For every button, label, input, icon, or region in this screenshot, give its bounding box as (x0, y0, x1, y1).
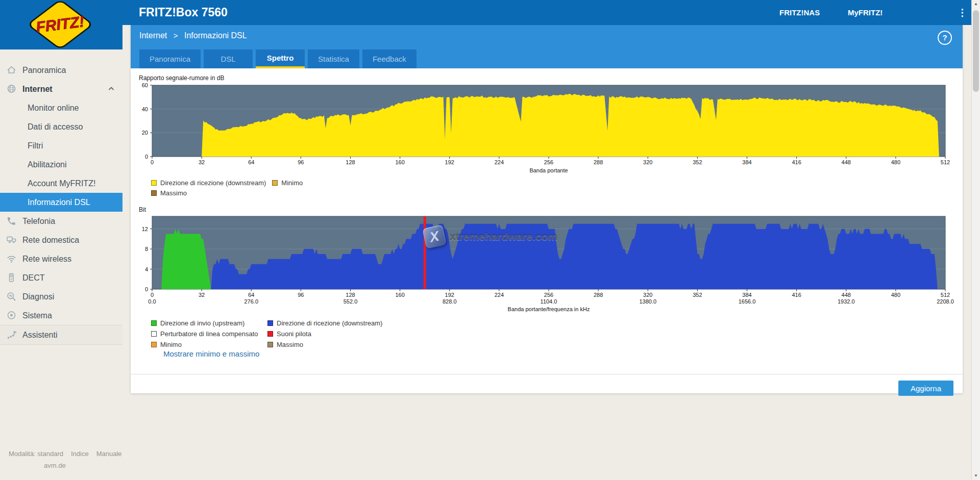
svg-text:416: 416 (792, 159, 801, 165)
sidebar-item-internet[interactable]: Internet (0, 80, 122, 98)
svg-text:224: 224 (495, 159, 504, 165)
legend-swatch (151, 190, 157, 196)
sidebar-item-dati-di-accesso[interactable]: Dati di accesso (0, 117, 122, 136)
svg-text:64: 64 (248, 159, 254, 165)
footer-site-row: avm.de (0, 462, 131, 469)
sidebar-item-label: Monitor online (28, 104, 79, 113)
mode-label: Modalità: standard (9, 450, 63, 458)
svg-text:0: 0 (151, 292, 154, 298)
svg-text:Banda portante: Banda portante (529, 167, 568, 173)
sidebar-item-label: Assistenti (22, 331, 57, 340)
sidebar-item-assistenti[interactable]: Assistenti (0, 325, 122, 345)
sidebar-item-label: Dati di accesso (28, 122, 83, 132)
svg-text:256: 256 (544, 292, 553, 298)
breadcrumb-internet[interactable]: Internet (139, 31, 167, 40)
footer: Modalità: standard Indice Manuale avm.de (0, 450, 131, 469)
svg-text:0: 0 (145, 154, 148, 160)
sidebar-item-account-myfritz[interactable]: Account MyFRITZ! (0, 174, 122, 193)
legend-label: Massimo (160, 189, 187, 197)
sidebar-item-rete-domestica[interactable]: Rete domestica (0, 231, 122, 249)
svg-text:320: 320 (643, 292, 652, 298)
sidebar-item-panoramica[interactable]: Panoramica (0, 61, 122, 80)
sidebar-item-label: Diagnosi (22, 292, 54, 301)
sidebar-item-sistema[interactable]: Sistema (0, 306, 122, 325)
tab-dsl[interactable]: DSL (204, 49, 253, 68)
svg-text:384: 384 (742, 159, 751, 165)
footer-links-row: Modalità: standard Indice Manuale (0, 450, 131, 458)
sidebar-item-monitor-online[interactable]: Monitor online (0, 98, 122, 117)
svg-text:60: 60 (142, 82, 148, 88)
svg-text:160: 160 (395, 292, 404, 298)
myfritz-link[interactable]: MyFRITZ! (848, 0, 883, 25)
svg-text:160: 160 (395, 159, 404, 165)
main-card: Internet > Informazioni DSL ? Panoramica… (131, 25, 963, 393)
wifi-icon (6, 254, 17, 264)
legend-label: Minimo (160, 341, 182, 348)
scroll-down-icon[interactable]: ▼ (972, 472, 980, 480)
help-icon[interactable]: ? (938, 31, 952, 45)
scroll-thumb[interactable] (973, 10, 979, 92)
svg-text:384: 384 (742, 292, 751, 298)
sidebar-item-dect[interactable]: DECT (0, 268, 122, 287)
sidebar-item-filtri[interactable]: Filtri (0, 136, 122, 155)
svg-text:Banda portante/frequenza in kH: Banda portante/frequenza in kHz (508, 306, 590, 312)
kebab-menu-icon[interactable]: ⋮ (958, 0, 967, 25)
sidebar-item-informazioni-dsl[interactable]: Informazioni DSL (0, 193, 122, 212)
legend-swatch (151, 180, 157, 186)
sidebar-item-label: Telefonia (22, 217, 55, 226)
sidebar-item-label: Filtri (28, 141, 43, 150)
svg-text:40: 40 (142, 106, 148, 112)
sidebar-item-label: Rete domestica (22, 236, 79, 245)
home-network-icon (6, 235, 17, 245)
system-icon (6, 310, 17, 321)
svg-text:12: 12 (142, 226, 148, 232)
svg-text:224: 224 (495, 292, 504, 298)
svg-text:512: 512 (941, 159, 950, 165)
svg-text:480: 480 (891, 159, 900, 165)
svg-text:288: 288 (594, 292, 603, 298)
svg-text:1104.0: 1104.0 (541, 298, 557, 305)
divider (131, 374, 963, 374)
sidebar-item-telefonia[interactable]: Telefonia (0, 212, 122, 231)
svg-text:192: 192 (445, 292, 454, 298)
fritznas-link[interactable]: FRITZ!NAS (779, 0, 820, 25)
legend-item-direzione-di-ricezione-downstream: Direzione di ricezione (downstream) (267, 319, 382, 327)
tab-feedback[interactable]: Feedback (362, 49, 416, 68)
svg-text:552.0: 552.0 (344, 298, 358, 305)
scroll-up-icon[interactable]: ▲ (972, 0, 980, 8)
avm-link[interactable]: avm.de (44, 462, 66, 469)
bit-chart-title: Bit (139, 206, 146, 213)
svg-text:1380.0: 1380.0 (639, 298, 656, 305)
snr-chart: 0204060032649612816019222425628832035238… (131, 82, 963, 177)
home-icon (6, 65, 17, 75)
sidebar-item-label: DECT (22, 273, 45, 283)
globe-icon (6, 84, 17, 94)
legend-swatch (272, 180, 278, 186)
tab-panoramica[interactable]: Panoramica (139, 49, 201, 68)
index-link[interactable]: Indice (71, 450, 89, 458)
svg-text:32: 32 (199, 159, 205, 165)
scrollbar[interactable]: ▲ ▼ (971, 0, 980, 480)
sidebar-item-diagnosi[interactable]: Diagnosi (0, 287, 122, 306)
breadcrumb: Internet > Informazioni DSL (139, 31, 247, 40)
svg-text:128: 128 (346, 292, 355, 298)
fritz-logo[interactable]: FRITZ! (0, 0, 122, 49)
tab-statistica[interactable]: Statistica (308, 49, 359, 68)
legend-swatch (151, 331, 157, 337)
refresh-button[interactable]: Aggiorna (898, 381, 953, 396)
svg-text:32: 32 (199, 292, 205, 298)
sidebar-item-abilitazioni[interactable]: Abilitazioni (0, 155, 122, 174)
diagnosis-icon (6, 291, 17, 302)
top-header-bar: FRITZ!Box 7560 FRITZ!NAS MyFRITZ! ⋮ (0, 0, 980, 25)
legend-label: Direzione di ricezione (downstream) (277, 319, 382, 327)
show-minmax-link[interactable]: Mostrare minimo e massimo (163, 349, 259, 358)
tab-spettro[interactable]: Spettro (256, 49, 305, 68)
legend-swatch (267, 331, 273, 337)
legend-label: Minimo (281, 179, 303, 187)
svg-text:416: 416 (792, 292, 801, 298)
legend-item-direzione-di-invio-upstream: Direzione di invio (upstream) (151, 319, 267, 327)
legend-swatch (151, 320, 157, 326)
sidebar-item-rete-wireless[interactable]: Rete wireless (0, 249, 122, 268)
manual-link[interactable]: Manuale (96, 450, 122, 458)
svg-text:256: 256 (544, 159, 553, 165)
